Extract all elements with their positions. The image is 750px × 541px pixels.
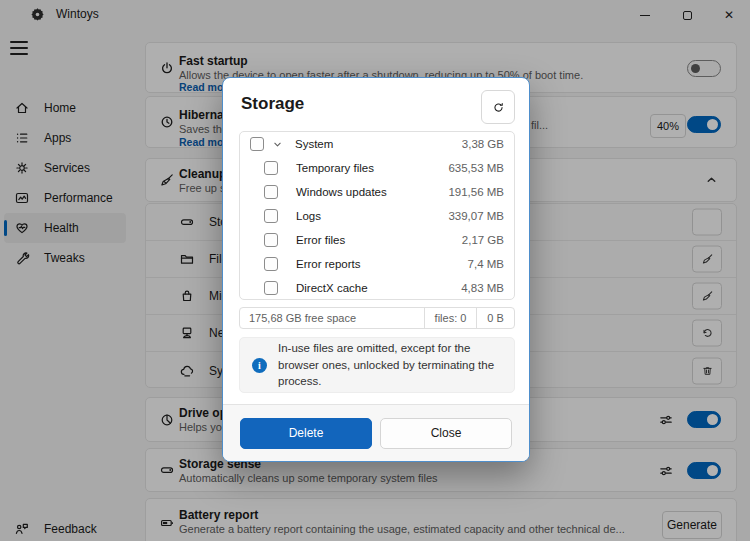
row-size: 2,17 GB: [462, 234, 514, 246]
info-icon: i: [252, 358, 267, 373]
checkbox[interactable]: [264, 161, 278, 175]
row-label: Logs: [296, 210, 321, 222]
storage-row-directx-cache: DirectX cache 4,83 MB: [240, 276, 514, 300]
row-size: 7,4 MB: [468, 258, 514, 270]
row-size: 4,83 MB: [461, 282, 514, 294]
checkbox[interactable]: [264, 233, 278, 247]
storage-row-temporary-files: Temporary files 635,53 MB: [240, 156, 514, 180]
row-size: 635,53 MB: [448, 162, 514, 174]
info-box: i In-use files are omitted, except for t…: [239, 337, 515, 393]
files-count-label: files: 0: [424, 308, 476, 328]
storage-row-error-files: Error files 2,17 GB: [240, 228, 514, 252]
checkbox[interactable]: [250, 137, 264, 151]
row-size: 339,07 MB: [448, 210, 514, 222]
row-size: 191,56 MB: [448, 186, 514, 198]
files-size-label: 0 B: [476, 308, 514, 328]
storage-row-windows-updates: Windows updates 191,56 MB: [240, 180, 514, 204]
chevron-down-icon[interactable]: [273, 140, 282, 149]
storage-row-error-reports: Error reports 7,4 MB: [240, 252, 514, 276]
row-label: Error reports: [296, 258, 361, 270]
row-label: Error files: [296, 234, 345, 246]
storage-row-logs: Logs 339,07 MB: [240, 204, 514, 228]
refresh-icon: [492, 101, 505, 114]
close-dialog-button[interactable]: Close: [380, 418, 512, 449]
checkbox[interactable]: [264, 185, 278, 199]
storage-dialog: Storage System 3,38 GB Temporary files 6…: [222, 77, 530, 462]
storage-items-list: System 3,38 GB Temporary files 635,53 MB…: [239, 131, 515, 300]
row-label: System: [295, 138, 333, 150]
checkbox[interactable]: [264, 281, 278, 295]
checkbox[interactable]: [264, 209, 278, 223]
checkbox[interactable]: [264, 257, 278, 271]
row-label: Windows updates: [296, 186, 387, 198]
dialog-footer: Delete Close: [223, 404, 529, 461]
refresh-button[interactable]: [481, 90, 515, 124]
free-space-bar: 175,68 GB free space files: 0 0 B: [239, 307, 515, 329]
delete-button[interactable]: Delete: [240, 418, 372, 449]
storage-row-system: System 3,38 GB: [240, 132, 514, 156]
info-text: In-use files are omitted, except for the…: [278, 340, 514, 390]
free-space-label: 175,68 GB free space: [240, 312, 424, 324]
dialog-title: Storage: [241, 94, 304, 114]
row-size: 3,38 GB: [462, 138, 514, 150]
row-label: DirectX cache: [296, 282, 368, 294]
row-label: Temporary files: [296, 162, 374, 174]
